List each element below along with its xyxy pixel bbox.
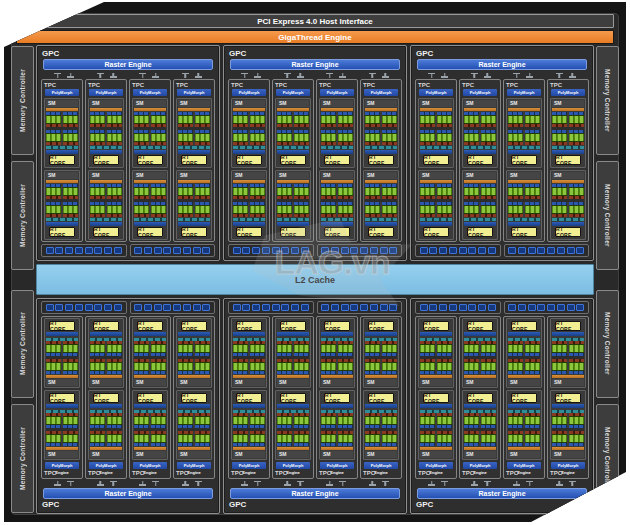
core-group (552, 431, 567, 446)
rop-chip (576, 247, 584, 254)
core-group (195, 130, 210, 145)
core-group (250, 130, 265, 145)
warp-scheduler-strip (420, 375, 452, 378)
flow-up-arrow-icon (441, 481, 448, 486)
rt-core-bar: RT CORE (555, 155, 581, 165)
core-group (420, 413, 435, 428)
l1-cache-strip (233, 332, 265, 336)
core-group (420, 184, 435, 199)
core-group (365, 359, 380, 374)
rop-chip (459, 304, 467, 311)
sm-label: SM (277, 172, 309, 179)
tpc-block: TPCPolyMorph EngineSMRT CORESMRT CORE (360, 316, 402, 479)
l2-cache-label: L2 Cache (295, 275, 335, 285)
rop-chip (55, 247, 63, 254)
core-group (250, 413, 265, 428)
cuda-core-columns (233, 362, 248, 371)
core-group (525, 130, 540, 145)
core-array (134, 112, 166, 127)
gpc-row-top: GPCRaster EngineTPCPolyMorph EngineSMRT … (36, 45, 594, 261)
core-group (294, 202, 309, 217)
core-array (321, 431, 353, 446)
cuda-core-columns (250, 187, 265, 196)
sm-block: SMRT CORE (275, 170, 311, 240)
cuda-core-columns (338, 434, 353, 443)
core-group (464, 359, 479, 374)
sm-label: SM (134, 100, 166, 107)
rop-chip (114, 247, 122, 254)
core-group (321, 359, 336, 374)
core-array (233, 341, 265, 356)
cuda-core-columns (195, 187, 210, 196)
rop-chip (478, 247, 486, 254)
core-group (481, 341, 496, 356)
ldst-strip (250, 142, 265, 145)
core-group (321, 130, 336, 145)
cuda-core-columns (508, 115, 523, 124)
cuda-core-columns (382, 187, 397, 196)
core-array (420, 130, 452, 145)
cuda-core-columns (508, 205, 523, 214)
core-array (420, 359, 452, 374)
arrow-pair (417, 479, 460, 487)
sm-label: SM (420, 100, 452, 107)
dispatch-strip (178, 371, 193, 374)
rop-row (415, 301, 589, 314)
sm-label: SM (46, 100, 78, 107)
flow-down-arrow-icon (513, 481, 520, 486)
flow-down-arrow-icon (326, 481, 333, 486)
memory-controller-block: Memory Controller (11, 161, 34, 270)
core-group (277, 112, 292, 127)
dispatch-strip (321, 443, 336, 446)
cuda-core-columns (63, 434, 78, 443)
rt-core-bar: RT CORE (423, 321, 449, 331)
core-group (464, 413, 479, 428)
cuda-core-columns (134, 115, 149, 124)
cuda-core-columns (525, 416, 540, 425)
sm-block: SMRT CORE (44, 170, 80, 240)
cuda-core-columns (338, 362, 353, 371)
core-array (552, 413, 584, 428)
dispatch-strip (321, 371, 336, 374)
warp-scheduler-strip (552, 375, 584, 378)
cuda-core-columns (365, 187, 380, 196)
rop-group (41, 301, 127, 314)
texture-unit-strip (233, 218, 265, 221)
ldst-strip (294, 214, 309, 217)
sm-stack: SMRT CORESMRT CORE (319, 98, 355, 240)
sm-label: SM (178, 100, 210, 107)
raster-tpc-arrows (41, 71, 215, 79)
rop-chip (429, 247, 437, 254)
core-group (250, 359, 265, 374)
sm-block: SMRT CORE (44, 98, 80, 168)
texture-unit-strip (420, 218, 452, 221)
flow-down-arrow-icon (369, 481, 376, 486)
warp-scheduler-strip (46, 447, 78, 450)
core-group (365, 112, 380, 127)
core-group (569, 202, 584, 217)
core-array (233, 184, 265, 199)
core-array (90, 130, 122, 145)
rop-chip (331, 247, 339, 254)
gpc-block: GPCRaster EngineTPCPolyMorph EngineSMRT … (36, 298, 220, 514)
sm-stack: SMRT CORESMRT CORE (550, 318, 586, 460)
rop-chip (508, 247, 516, 254)
cuda-core-columns (321, 416, 336, 425)
rop-chip (360, 247, 368, 254)
ldst-strip (90, 142, 105, 145)
warp-scheduler-strip (277, 108, 309, 111)
cuda-core-columns (437, 133, 452, 142)
core-group (178, 431, 193, 446)
ldst-strip (552, 214, 567, 217)
cuda-core-columns (420, 416, 435, 425)
core-array (46, 341, 78, 356)
core-group (46, 359, 61, 374)
core-group (569, 413, 584, 428)
core-group (233, 202, 248, 217)
cuda-core-columns (365, 362, 380, 371)
rop-chip (478, 304, 486, 311)
warp-scheduler-strip (178, 375, 210, 378)
core-array (365, 202, 397, 217)
rop-chip (193, 304, 201, 311)
cuda-core-columns (107, 434, 122, 443)
